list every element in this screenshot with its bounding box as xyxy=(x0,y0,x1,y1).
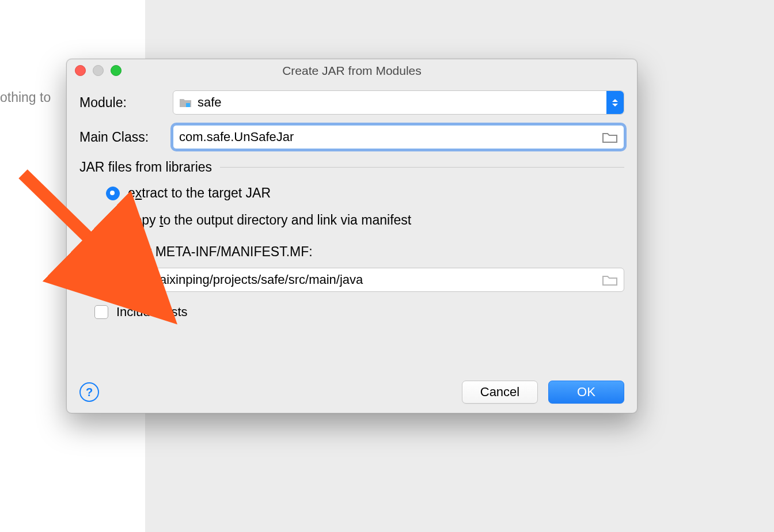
browse-main-class-button[interactable] xyxy=(602,131,618,143)
radio-extract-row[interactable]: extract to the target JAR xyxy=(106,185,624,201)
chevron-up-icon xyxy=(612,99,618,102)
radio-extract[interactable] xyxy=(106,187,120,200)
ok-button[interactable]: OK xyxy=(548,381,624,404)
svg-rect-0 xyxy=(186,103,190,107)
radio-extract-label: extract to the target JAR xyxy=(128,185,271,201)
module-combobox[interactable]: safe xyxy=(173,90,624,115)
main-class-input-wrapper[interactable]: com.safe.UnSafeJar xyxy=(173,125,624,149)
include-tests-label: Include tests xyxy=(116,305,188,320)
fieldset-divider xyxy=(220,167,624,168)
module-value: safe xyxy=(198,95,222,110)
include-tests-checkbox[interactable] xyxy=(94,305,108,319)
titlebar: Create JAR from Modules xyxy=(67,59,637,80)
manifest-dir-row: /Users/baixinping/projects/safe/src/main… xyxy=(106,268,624,292)
help-icon: ? xyxy=(86,386,93,399)
manifest-dir-input[interactable]: /Users/baixinping/projects/safe/src/main… xyxy=(112,272,598,287)
radio-copy[interactable] xyxy=(106,214,120,227)
dialog-title: Create JAR from Modules xyxy=(67,64,637,78)
dialog-content: Module: safe Main Class: com.safe.UnSafe… xyxy=(79,90,624,404)
main-class-input[interactable]: com.safe.UnSafeJar xyxy=(179,130,598,145)
module-dropdown-button[interactable] xyxy=(606,91,624,114)
fieldset-title: JAR files from libraries xyxy=(79,159,212,175)
manifest-dir-label: Directory for META-INF/MANIFEST.MF: xyxy=(79,244,624,260)
browse-manifest-dir-button[interactable] xyxy=(602,273,618,286)
help-button[interactable]: ? xyxy=(79,382,99,402)
module-row: Module: safe xyxy=(79,90,624,115)
main-class-label: Main Class: xyxy=(79,130,173,145)
jar-libs-fieldset: JAR files from libraries extract to the … xyxy=(79,159,624,228)
module-label: Module: xyxy=(79,95,173,111)
include-tests-row[interactable]: Include tests xyxy=(94,305,624,320)
background-truncated-text: othing to xyxy=(0,90,51,105)
cancel-button[interactable]: Cancel xyxy=(462,381,538,404)
dialog-footer: ? Cancel OK xyxy=(79,381,624,404)
main-class-row: Main Class: com.safe.UnSafeJar xyxy=(79,125,624,149)
radio-copy-label: copy to the output directory and link vi… xyxy=(128,212,411,228)
chevron-down-icon xyxy=(612,104,618,107)
radio-copy-row[interactable]: copy to the output directory and link vi… xyxy=(106,212,624,228)
manifest-dir-input-wrapper[interactable]: /Users/baixinping/projects/safe/src/main… xyxy=(106,268,624,292)
module-folder-icon xyxy=(179,97,192,108)
create-jar-dialog: Create JAR from Modules Module: safe Mai… xyxy=(66,59,638,413)
